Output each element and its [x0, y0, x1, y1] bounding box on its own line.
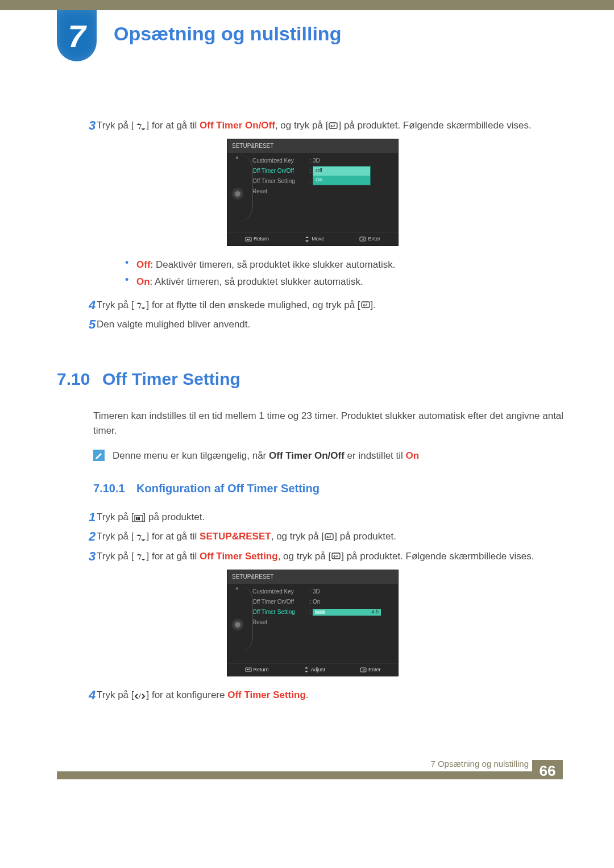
svg-rect-16	[247, 669, 248, 670]
osd-screenshot-1: SETUP&RESET ▲ Customized Key : 3D Off Ti…	[227, 139, 399, 246]
osd-progress: 4 h	[313, 609, 381, 616]
svg-rect-7	[362, 302, 370, 308]
osd-value: On	[313, 597, 395, 607]
cfg-step-4: 4 Tryk på [] for at konfigurere Off Time…	[57, 688, 569, 703]
text-fragment: : Deaktivér timeren, så produktet ikke s…	[151, 259, 396, 270]
section-number: 7.10	[57, 366, 102, 393]
osd-dropdown-item-off: Off	[313, 167, 370, 176]
text-fragment: , og tryk på [	[278, 551, 331, 562]
text-fragment: .	[306, 690, 309, 700]
text-bold-red: On	[406, 450, 420, 461]
text-bold-red: Off Timer On/Off	[200, 120, 275, 131]
text-fragment: Tryk på [	[97, 512, 134, 522]
text-fragment: , og tryk på [	[271, 531, 325, 542]
text-fragment: ] på produktet.	[334, 531, 396, 542]
osd-dropdown: Off On	[313, 166, 371, 185]
page-number-box: 66	[532, 760, 563, 779]
osd-return-hint: Return	[245, 235, 269, 243]
section-title: Off Timer Setting	[102, 366, 240, 393]
subsection-heading: 7.10.1 Konfiguration af Off Timer Settin…	[93, 480, 569, 497]
text-fragment: Tryk på [	[97, 120, 134, 131]
page-number: 66	[540, 762, 556, 779]
osd-arc-decor	[239, 585, 253, 653]
step-body: Tryk på [] for at gå til SETUP&RESET, og…	[97, 529, 569, 544]
text-fragment: ] for at gå til	[147, 531, 200, 542]
enter-icon	[360, 299, 371, 312]
svg-rect-4	[248, 239, 250, 240]
svg-rect-19	[138, 693, 140, 699]
step-number: 4	[57, 688, 97, 703]
osd-header: SETUP&RESET	[227, 570, 398, 584]
text-fragment: : Aktivér timeren, så produktet slukker …	[150, 276, 363, 287]
text-bold-red: SETUP&RESET	[200, 531, 271, 542]
note-text: Denne menu er kun tilgængelig, når Off T…	[113, 448, 419, 463]
osd-label-selected: Off Timer Setting	[252, 608, 309, 617]
svg-rect-9	[136, 517, 138, 520]
text-fragment: er indstillet til	[345, 450, 406, 461]
text-bold-red: Off Timer Setting	[227, 690, 306, 700]
step-body: Tryk på [] for at gå til Off Timer On/Of…	[97, 118, 569, 133]
text-fragment: Tryk på [	[97, 551, 134, 562]
svg-rect-10	[138, 517, 140, 520]
text-fragment: ] for at konfigurere	[147, 690, 228, 700]
text-bold: Off Timer On/Off	[269, 450, 345, 461]
subsection-number: 7.10.1	[93, 480, 136, 497]
step-body: Tryk på [] på produktet.	[97, 510, 569, 525]
menu-icon	[134, 512, 143, 524]
text-fragment: Tryk på [	[97, 690, 134, 700]
osd-arc-decor	[239, 154, 253, 222]
osd-label: Reset	[252, 187, 309, 196]
bullet-text: On: Aktivér timeren, så produktet slukke…	[136, 275, 363, 289]
step-number: 3	[57, 118, 97, 133]
text-fragment: ].	[371, 300, 376, 310]
svg-rect-14	[332, 553, 340, 559]
note-icon	[93, 450, 105, 461]
text-fragment: ] på produktet. Følgende skærmbillede vi…	[338, 120, 531, 131]
osd-label: Reset	[252, 618, 309, 627]
section-heading: 7.10 Off Timer Setting	[57, 366, 569, 393]
svg-rect-1	[329, 123, 337, 128]
updown-icon	[134, 531, 147, 543]
osd-progress-bar	[315, 610, 325, 614]
osd-label: Customized Key	[252, 156, 309, 165]
osd-footer: Return Move Enter	[227, 232, 398, 246]
updown-icon	[134, 120, 147, 132]
osd-return-hint: Return	[245, 666, 269, 674]
step-number: 2	[57, 529, 97, 544]
text-bold-red: Off Timer Setting	[200, 551, 278, 562]
osd-progress-text: 4 h	[371, 608, 379, 616]
text-fragment: ] for at flytte til den ønskede mulighed…	[147, 300, 360, 310]
svg-rect-17	[248, 669, 250, 670]
section-intro: Timeren kan indstilles til en tid mellem…	[93, 409, 569, 439]
text-fragment: ] på produktet.	[143, 512, 205, 522]
text-fragment: Denne menu er kun tilgængelig, når	[113, 450, 269, 461]
enter-icon	[324, 531, 334, 543]
enter-icon	[328, 120, 338, 132]
updown-icon	[134, 299, 147, 312]
text-fragment: ] på produktet. Følgende skærmbillede vi…	[341, 551, 534, 562]
step-row-4: 4 Tryk på [] for at flytte til den ønske…	[57, 298, 569, 313]
osd-dropdown-item-on: On	[313, 176, 370, 185]
bullet-dot-icon: •	[125, 258, 136, 272]
osd-label-selected: Off Timer On/Off	[252, 167, 309, 176]
text-fragment: Tryk på [	[97, 531, 134, 542]
step-number: 5	[57, 317, 97, 332]
main-content: 3 Tryk på [] for at gå til Off Timer On/…	[57, 16, 569, 703]
osd-header: SETUP&RESET	[227, 139, 398, 153]
text-fragment: ] for at gå til	[147, 551, 200, 562]
updown-icon	[134, 550, 147, 563]
step-number: 4	[57, 298, 97, 313]
text-bold-red: Off	[136, 259, 151, 270]
osd-footer: Return Adjust Enter	[227, 663, 398, 676]
bullet-list: • Off: Deaktivér timeren, så produktet i…	[57, 258, 569, 290]
cfg-step-3: 3 Tryk på [] for at gå til Off Timer Set…	[57, 549, 569, 564]
step-body: Tryk på [] for at konfigurere Off Timer …	[97, 688, 569, 703]
cfg-step-1: 1 Tryk på [] på produktet.	[57, 510, 569, 525]
subsection-title: Konfiguration af Off Timer Setting	[136, 480, 320, 497]
step-body: Tryk på [] for at flytte til den ønskede…	[97, 298, 569, 313]
page-footer: 7 Opsætning og nulstilling 66	[0, 771, 614, 779]
step-body: Den valgte mulighed bliver anvendt.	[97, 317, 569, 332]
note-row: Denne menu er kun tilgængelig, når Off T…	[93, 448, 569, 463]
chapter-badge: 7	[57, 10, 97, 61]
leftright-icon	[134, 690, 147, 702]
